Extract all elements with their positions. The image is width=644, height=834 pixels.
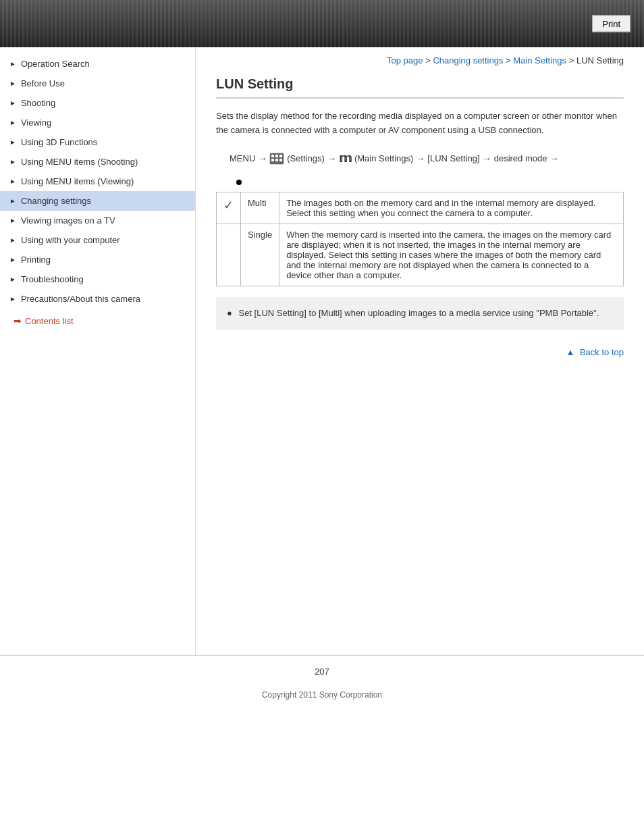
sidebar-item-using-computer[interactable]: ► Using with your computer xyxy=(0,230,195,250)
main-settings-label: (Main Settings) xyxy=(354,150,413,167)
header-bar: Print xyxy=(0,0,644,47)
note-text: Set [LUN Setting] to [Multi] when upload… xyxy=(238,308,599,318)
footer-divider xyxy=(0,655,644,656)
sidebar-item-before-use[interactable]: ► Before Use xyxy=(0,74,195,93)
checkmark-icon: ✓ xyxy=(223,199,234,212)
table-row: Single When the memory card is inserted … xyxy=(217,224,624,286)
page-title: LUN Setting xyxy=(216,76,624,92)
chevron-right-icon: ► xyxy=(9,197,16,205)
sidebar-item-using-menu-shooting[interactable]: ► Using MENU items (Shooting) xyxy=(0,152,195,172)
breadcrumb-current: LUN Setting xyxy=(576,55,624,66)
footer: Copyright 2011 Sony Corporation xyxy=(0,683,644,713)
arrow-2: → xyxy=(327,150,336,167)
breadcrumb: Top page > Changing settings > Main Sett… xyxy=(216,47,624,71)
page-title-section: LUN Setting xyxy=(216,76,624,99)
header-stripes xyxy=(0,0,644,47)
table-cell-desc-multi: The images both on the memory card and i… xyxy=(279,192,624,224)
svg-rect-3 xyxy=(279,155,282,157)
table-cell-icon-multi: ✓ xyxy=(217,192,241,224)
sidebar-item-shooting[interactable]: ► Shooting xyxy=(0,93,195,113)
chevron-right-icon: ► xyxy=(9,256,16,263)
desired-mode: desired mode xyxy=(494,150,547,167)
sidebar-item-operation-search[interactable]: ► Operation Search xyxy=(0,54,195,74)
table-cell-icon-single xyxy=(217,224,241,286)
bullet-point xyxy=(236,180,242,185)
main-container: ► Operation Search ► Before Use ► Shooti… xyxy=(0,47,644,655)
sidebar-item-precautions[interactable]: ► Precautions/About this camera xyxy=(0,289,195,309)
body-text: Sets the display method for the recordin… xyxy=(216,109,624,138)
triangle-up-icon: ▲ xyxy=(566,347,574,357)
svg-rect-2 xyxy=(275,155,278,157)
settings-table: ✓ Multi The images both on the memory ca… xyxy=(216,192,624,286)
back-to-top-link[interactable]: ▲ Back to top xyxy=(566,347,624,357)
chevron-right-icon: ► xyxy=(9,217,16,224)
sidebar-item-viewing[interactable]: ► Viewing xyxy=(0,113,195,132)
note-bullet: ● xyxy=(227,308,232,318)
sidebar-item-using-menu-viewing[interactable]: ► Using MENU items (Viewing) xyxy=(0,172,195,191)
print-button[interactable]: Print xyxy=(592,16,630,32)
chevron-right-icon: ► xyxy=(9,178,16,185)
contents-list-link[interactable]: ➡ Contents list xyxy=(0,309,195,333)
sidebar: ► Operation Search ► Before Use ► Shooti… xyxy=(0,47,196,655)
note-box: ● Set [LUN Setting] to [Multi] when uplo… xyxy=(216,297,624,330)
sidebar-item-viewing-tv[interactable]: ► Viewing images on a TV xyxy=(0,211,195,230)
sidebar-item-troubleshooting[interactable]: ► Troubleshooting xyxy=(0,269,195,289)
menu-label: MENU xyxy=(230,150,255,167)
sidebar-item-using-3d[interactable]: ► Using 3D Functions xyxy=(0,132,195,152)
menu-path: MENU → (Settings) → 𝕞 (Main Settings) xyxy=(230,147,624,170)
table-cell-label-multi: Multi xyxy=(241,192,279,224)
settings-icon xyxy=(269,153,284,165)
chevron-right-icon: ► xyxy=(9,276,16,283)
svg-rect-1 xyxy=(271,155,274,157)
arrow-1: → xyxy=(258,150,267,167)
chevron-right-icon: ► xyxy=(9,119,16,126)
sidebar-item-changing-settings[interactable]: ► Changing settings xyxy=(0,191,195,211)
sidebar-item-printing[interactable]: ► Printing xyxy=(0,250,195,269)
arrow-5: → xyxy=(549,150,558,167)
chevron-right-icon: ► xyxy=(9,138,16,146)
svg-rect-6 xyxy=(279,159,282,161)
svg-rect-5 xyxy=(275,159,278,161)
chevron-right-icon: ► xyxy=(9,60,16,68)
chevron-right-icon: ► xyxy=(9,99,16,107)
table-cell-label-single: Single xyxy=(241,224,279,286)
chevron-right-icon: ► xyxy=(9,80,16,87)
chevron-right-icon: ► xyxy=(9,295,16,303)
settings-label: (Settings) xyxy=(287,150,325,167)
table-row: ✓ Multi The images both on the memory ca… xyxy=(217,192,624,224)
chevron-right-icon: ► xyxy=(9,236,16,244)
chevron-right-icon: ► xyxy=(9,158,16,165)
arrow-right-icon: ➡ xyxy=(14,315,22,326)
content-area: Top page > Changing settings > Main Sett… xyxy=(196,47,644,655)
page-number: 207 xyxy=(0,662,644,683)
breadcrumb-top-page[interactable]: Top page xyxy=(387,55,423,66)
breadcrumb-changing-settings[interactable]: Changing settings xyxy=(433,55,503,66)
arrow-4: → xyxy=(483,150,491,167)
lun-bracket: [LUN Setting] xyxy=(427,150,479,167)
back-to-top: ▲ Back to top xyxy=(216,340,624,364)
main-settings-icon: 𝕞 xyxy=(339,147,352,170)
svg-rect-4 xyxy=(271,159,274,161)
table-cell-desc-single: When the memory card is inserted into th… xyxy=(279,224,624,286)
breadcrumb-main-settings[interactable]: Main Settings xyxy=(513,55,566,66)
arrow-3: → xyxy=(416,150,425,167)
